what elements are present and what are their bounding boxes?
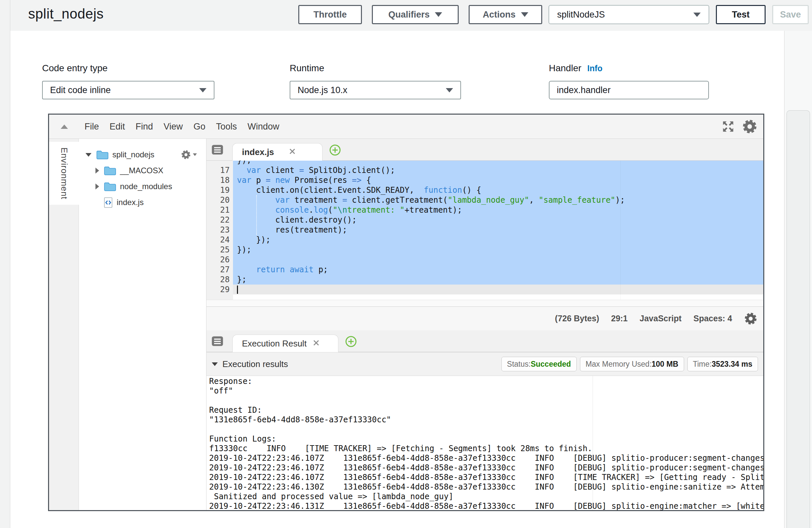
- editor-menubar: FileEditFindViewGoToolsWindow: [49, 115, 763, 139]
- log-line: 2019-10-24T22:23:46.107Z 131e865f-6eb4-4…: [209, 463, 763, 473]
- close-icon[interactable]: [313, 339, 320, 348]
- window-edge-divider: [10, 0, 10, 528]
- tree-item-index-js[interactable]: index.js: [79, 194, 206, 210]
- tab-execution-result[interactable]: Execution Result: [232, 335, 338, 352]
- menu-item-window[interactable]: Window: [242, 121, 285, 132]
- code-line-27: return await p;: [237, 265, 763, 275]
- caret-down-icon[interactable]: [86, 153, 91, 157]
- code-line-28: };: [237, 275, 763, 284]
- caret-right-icon[interactable]: [96, 184, 99, 189]
- chevron-down-icon: [199, 88, 206, 92]
- menu-item-edit[interactable]: Edit: [104, 121, 131, 132]
- code-entry-type-select[interactable]: Edit code inline: [42, 81, 215, 99]
- tree-item-label: node_modules: [120, 182, 172, 191]
- folder-icon: [104, 182, 116, 191]
- function-code-card: Function codeInfo Code entry type Edit c…: [10, 31, 784, 528]
- collapse-triangle-icon: [212, 362, 218, 366]
- handler-info-link[interactable]: Info: [587, 63, 603, 73]
- save-button[interactable]: Save: [772, 5, 809, 24]
- code-line-29: [237, 284, 763, 294]
- code-line-partial: });: [237, 161, 763, 165]
- runtime-select[interactable]: Node.js 10.x: [290, 81, 461, 99]
- statusbar-gear-icon[interactable]: [744, 312, 757, 325]
- file-tree: split_nodejs__MACOSXnode_modulesindex.js: [79, 139, 206, 510]
- badge-label: Status:: [507, 360, 531, 369]
- tab-list-icon[interactable]: [211, 144, 224, 157]
- tree-item--macosx[interactable]: __MACOSX: [79, 163, 206, 178]
- actions-button[interactable]: Actions: [469, 5, 542, 24]
- clipped-section-heading: Function codeInfo: [50, 31, 315, 33]
- cursor-position-status[interactable]: 29:1: [611, 314, 628, 323]
- runtime-label: Runtime: [290, 63, 461, 74]
- status-badge: Time: 3523.34 ms: [687, 357, 758, 371]
- language-mode-status[interactable]: JavaScript: [640, 314, 681, 323]
- spaces-status[interactable]: Spaces: 4: [693, 314, 732, 323]
- fullscreen-icon[interactable]: [722, 120, 735, 133]
- code-editor-area[interactable]: 17181920212223242526272829 }); var clien…: [206, 161, 763, 306]
- code-line-20: var treatment = client.getTreatment("lam…: [237, 195, 763, 205]
- code-line-21: console.log("\ntreatment: "+treatment);: [237, 205, 763, 215]
- editor-settings-gear-icon[interactable]: [742, 119, 757, 134]
- code-line-17: var client = SplitObj.client();: [237, 165, 763, 175]
- test-event-value: splitNodeJS: [557, 10, 605, 20]
- tree-settings-gear-icon[interactable]: [181, 150, 197, 160]
- log-line: 2019-10-24T22:23:46.107Z 131e865f-6eb4-4…: [209, 473, 763, 482]
- code-tabstrip: index.js: [206, 139, 763, 161]
- page-header: split_nodejs Throttle Qualifiers Actions…: [0, 0, 812, 31]
- save-label: Save: [780, 10, 801, 20]
- line-number: 27: [210, 265, 230, 275]
- code-line-18: var p = new Promise(res => {: [237, 175, 763, 185]
- file-size-status: (726 Bytes): [555, 314, 599, 323]
- execution-results-toggle[interactable]: Execution results: [212, 359, 288, 369]
- tree-item-node-modules[interactable]: node_modules: [79, 178, 206, 194]
- runtime-field: Runtime Node.js 10.x: [290, 63, 461, 99]
- code-line-23: res(treatment);: [237, 225, 763, 235]
- log-line: [209, 396, 763, 406]
- close-icon[interactable]: [289, 148, 296, 156]
- log-line: "131e865f-6eb4-4dd8-858e-a37ef13330cc": [209, 415, 763, 425]
- menu-item-go[interactable]: Go: [188, 121, 211, 132]
- line-number: 21: [210, 205, 230, 215]
- caret-right-icon[interactable]: [96, 167, 99, 174]
- test-event-select[interactable]: splitNodeJS: [549, 5, 709, 24]
- line-number: 19: [210, 185, 230, 195]
- log-line: Sanitized and processed value => [lambda…: [209, 492, 763, 501]
- line-number: 22: [210, 215, 230, 225]
- code-line-24: });: [237, 235, 763, 245]
- qualifiers-button[interactable]: Qualifiers: [372, 5, 459, 24]
- new-tab-plus-icon[interactable]: [344, 335, 358, 350]
- chevron-down-icon: [446, 88, 453, 92]
- tab-execution-result-label: Execution Result: [242, 339, 307, 349]
- code-entry-type-label: Code entry type: [42, 63, 215, 74]
- log-line: [209, 425, 763, 434]
- tree-item-split-nodejs[interactable]: split_nodejs: [79, 147, 206, 163]
- function-name-title: split_nodejs: [28, 6, 104, 22]
- log-line: Response:: [209, 377, 763, 386]
- line-number: 25: [210, 245, 230, 255]
- line-number: 24: [210, 235, 230, 245]
- actions-label: Actions: [482, 10, 516, 20]
- horizontal-scrollbar[interactable]: [206, 300, 763, 306]
- menu-item-tools[interactable]: Tools: [211, 121, 242, 132]
- js-file-icon: [104, 197, 113, 208]
- clipped-info-link: Info: [135, 31, 151, 32]
- collapse-menubar-icon[interactable]: [61, 124, 68, 129]
- environment-tab[interactable]: Environment: [49, 142, 79, 205]
- code-line-22: client.destroy();: [237, 215, 763, 225]
- tab-indexjs[interactable]: index.js: [232, 143, 322, 161]
- log-line: 2019-10-24T22:23:46.131Z 131e865f-6eb4-4…: [209, 501, 763, 510]
- test-button[interactable]: Test: [716, 5, 766, 24]
- status-badge: Status: Succeeded: [502, 357, 577, 371]
- new-tab-plus-icon[interactable]: [329, 144, 342, 158]
- tab-list-icon[interactable]: [211, 335, 224, 349]
- page-scrollbar-thumb[interactable]: [786, 110, 810, 528]
- throttle-button[interactable]: Throttle: [298, 5, 362, 24]
- handler-input[interactable]: index.handler: [549, 81, 709, 99]
- menu-item-view[interactable]: View: [158, 121, 188, 132]
- clipped-heading-text: Function code: [50, 31, 127, 32]
- page-scrollbar-track[interactable]: [784, 31, 812, 528]
- log-line: Function Logs:: [209, 434, 763, 444]
- menu-item-file[interactable]: File: [79, 121, 104, 132]
- menu-item-find[interactable]: Find: [130, 121, 158, 132]
- result-tabstrip: Execution Result: [206, 330, 763, 352]
